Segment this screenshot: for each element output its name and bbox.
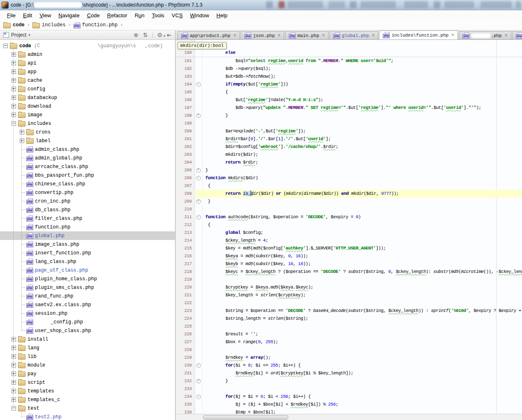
project-panel-title[interactable]: Project — [11, 32, 26, 38]
code-line-192[interactable]: 192 $db ->query($sql); — [176, 65, 522, 73]
code-line-224[interactable]: 224 $string_length = strlen($string); — [176, 315, 522, 323]
code-line-229[interactable]: 229 $rndkey = array(); — [176, 354, 522, 362]
tree-item-install[interactable]: install — [0, 335, 175, 344]
tab-global-php[interactable]: phpglobal.php× — [329, 31, 378, 39]
code-line-232[interactable]: 232^ } — [176, 377, 522, 385]
close-icon[interactable]: × — [278, 33, 281, 39]
code-line-227[interactable]: 227 $box = range(0, 255); — [176, 338, 522, 346]
scrollbar-thumb[interactable] — [203, 415, 288, 420]
expand-toggle-icon[interactable] — [11, 61, 16, 65]
tree-item-insert-function-php[interactable]: phpinsert_function.php — [0, 249, 175, 257]
expand-toggle-icon[interactable] — [11, 397, 16, 402]
code-line-205[interactable]: 205^} — [176, 166, 522, 174]
horizontal-scrollbar[interactable] — [176, 414, 522, 420]
fold-end-icon[interactable]: ^ — [196, 379, 201, 383]
code-line-195[interactable]: 195 { — [176, 88, 522, 96]
fold-end-icon[interactable]: ^ — [196, 199, 201, 204]
code-line-233[interactable]: 233 — [176, 385, 522, 393]
code-line-223[interactable]: 223 $string = $operation == 'DECODE' ? b… — [176, 307, 522, 315]
expand-toggle-icon[interactable] — [11, 113, 16, 117]
tree-item-admin-global-php[interactable]: phpadmin_global.php — [0, 154, 175, 162]
collapse-toggle-icon[interactable] — [11, 121, 16, 126]
expand-toggle-icon[interactable] — [11, 389, 16, 393]
code-line-210[interactable]: 210 — [176, 205, 522, 213]
tree-item-plugin-home-class-php[interactable]: phpplugin_home_class.php — [0, 275, 175, 283]
tab-main-php[interactable]: phpmain.php× — [285, 31, 329, 39]
menu-view[interactable]: View — [36, 11, 55, 20]
collapse-toggle-icon[interactable] — [3, 44, 8, 48]
tree-item-script[interactable]: script — [0, 378, 175, 387]
chevron-down-icon[interactable]: ▾ — [28, 33, 30, 37]
tree-item-arrcache-class-php[interactable]: phparrcache_class.php — [0, 162, 175, 171]
tree-item-databackup[interactable]: databackup — [0, 93, 175, 102]
tree-item-cron-inc-php[interactable]: phpcron_inc.php — [0, 197, 175, 205]
tree-item-plugin-sms-class-php[interactable]: phpplugin_sms_class.php — [0, 283, 175, 292]
code-line-213[interactable]: 213 global $config; — [176, 229, 522, 237]
code-line-234[interactable]: 234− for($j = $i = 0; $i < 256; $i++) { — [176, 393, 522, 401]
code-line-204[interactable]: 204 return $rdir; — [176, 159, 522, 166]
collapse-toggle-icon[interactable] — [11, 406, 16, 411]
expand-toggle-icon[interactable] — [20, 138, 24, 143]
breadcrumb-item-code[interactable]: code — [3, 22, 25, 28]
code-line-208[interactable]: 208 return is_dir($dir) or (mkdirs(dirna… — [176, 190, 522, 198]
close-icon[interactable]: × — [322, 33, 325, 39]
code-line-222[interactable]: 222 — [176, 299, 522, 307]
tree-item-module[interactable]: module — [0, 361, 175, 369]
tree-item-label[interactable]: label — [0, 136, 175, 145]
code-line-209[interactable]: 209^ } — [176, 198, 522, 205]
code-line-217[interactable]: 217 $keyb = md5(substr($key, 16, 16)); — [176, 260, 522, 268]
collapse-all-icon[interactable]: ⇅ — [143, 32, 148, 38]
title-bar[interactable]: code - [G:\\shop\code] - ...\includes\fu… — [0, 0, 522, 10]
menu-tools[interactable]: Tools — [148, 11, 168, 20]
menu-vcs[interactable]: VCS — [168, 11, 186, 20]
tree-item-lib[interactable]: lib — [0, 352, 175, 361]
menu-file[interactable]: File — [3, 11, 19, 20]
code-line-202[interactable]: 202 $dir=$config['webroot'].'/cache/shop… — [176, 143, 522, 151]
menu-navigate[interactable]: Navigate — [55, 11, 83, 20]
fold-collapse-icon[interactable]: − — [196, 82, 201, 87]
code-line-221[interactable]: 221 $key_length = strlen($cryptkey); — [176, 291, 522, 299]
code-line-228[interactable]: 228 — [176, 346, 522, 354]
code-line-235[interactable]: 235 $j = ($j + $box[$i] + $rndkey[$i]) %… — [176, 401, 522, 408]
code-line-212[interactable]: 212 { — [176, 221, 522, 229]
code-line-215[interactable]: 215 $key = md5(md5($config['authkey'].$_… — [176, 245, 522, 252]
tree-item-templates-c[interactable]: templates_c — [0, 395, 175, 404]
settings-gear-icon[interactable]: ⚙▾ — [157, 32, 163, 38]
tree-item-config-php[interactable]: php_config.php — [0, 318, 175, 326]
expand-toggle-icon[interactable] — [11, 78, 16, 83]
code-line-190[interactable]: 190 else — [176, 49, 522, 57]
breadcrumb-item-includes[interactable]: includes — [32, 22, 66, 28]
close-icon[interactable]: × — [372, 33, 375, 39]
fold-collapse-icon[interactable]: − — [196, 363, 201, 368]
tab-app-product-php[interactable]: phpapp\product.php× — [177, 31, 240, 39]
code-line-226[interactable]: 226 $result = ''; — [176, 330, 522, 338]
expand-toggle-icon[interactable] — [11, 87, 16, 91]
menu-window[interactable]: Window — [186, 11, 213, 20]
code-line-220[interactable]: 220 $cryptkey = $keya.md5($keya.$keyc); — [176, 284, 522, 291]
code-line-214[interactable]: 214 $ckey_length = 4; — [176, 237, 522, 245]
expand-toggle-icon[interactable] — [11, 380, 16, 385]
code-line-194[interactable]: 194− if(empty($ut['regtime'])) — [176, 81, 522, 88]
expand-toggle-icon[interactable] — [11, 95, 16, 100]
code-line-225[interactable]: 225 — [176, 323, 522, 330]
code-line-219[interactable]: 219 — [176, 276, 522, 284]
tree-item-filter-class-php[interactable]: phpfilter_class.php — [0, 214, 175, 223]
tree-item-global-php[interactable]: phpglobal.php — [0, 231, 175, 240]
tree-item-chinese-class-php[interactable]: phpchinese_class.php — [0, 180, 175, 188]
tab-php-com[interactable]: phpphp_com — [512, 31, 522, 39]
code-line-198[interactable]: 198^ } — [176, 112, 522, 120]
tree-item-includes[interactable]: includes — [0, 119, 175, 128]
tree-item-saetv2-ex-class-php[interactable]: phpsaetv2.ex.class.php — [0, 300, 175, 309]
tree-item-page-utf-class-php[interactable]: phppage_utf_class.php — [0, 266, 175, 275]
tab-php[interactable]: php.php× — [459, 31, 511, 39]
code-line-191[interactable]: 191 $sql="select regtime,userid from ".M… — [176, 57, 522, 65]
tree-item-code[interactable]: code (C\guangyuyun\s,code) — [0, 42, 175, 50]
expand-toggle-icon[interactable] — [11, 363, 16, 367]
tree-item-admin-class-php[interactable]: phpadmin_class.php — [0, 145, 175, 154]
menu-edit[interactable]: Edit — [19, 11, 36, 20]
expand-toggle-icon[interactable] — [11, 346, 16, 350]
locate-icon[interactable]: ⊗ — [133, 32, 138, 38]
code-line-218[interactable]: 218 $keyc = $ckey_length ? ($operation =… — [176, 268, 522, 276]
menu-code[interactable]: Code — [83, 11, 103, 20]
fold-collapse-icon[interactable]: − — [196, 176, 201, 180]
